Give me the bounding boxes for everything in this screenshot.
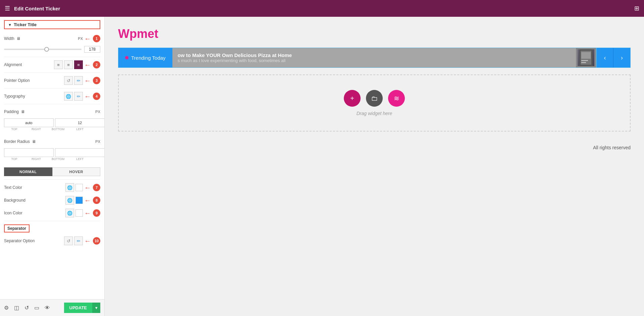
ticker-dot xyxy=(125,56,128,59)
padding-top-input[interactable] xyxy=(4,118,54,127)
width-label: Width 🖥 xyxy=(4,36,20,41)
ticker-thumb-img xyxy=(578,49,594,66)
align-center-btn[interactable]: ≡ xyxy=(64,60,73,69)
width-slider-row xyxy=(0,45,104,55)
responsive-icon[interactable]: ▭ xyxy=(34,305,39,311)
layers-icon[interactable]: ◫ xyxy=(14,305,19,311)
separator-option-row: Separator Option ↺ ✏ ← 10 xyxy=(0,234,104,247)
border-top-input[interactable] xyxy=(4,148,54,157)
update-button[interactable]: UPDATE xyxy=(64,303,92,313)
separator-option-controls: ↺ ✏ ← 10 xyxy=(64,236,100,245)
update-dropdown-btn[interactable]: ▾ xyxy=(92,303,100,313)
svg-rect-4 xyxy=(581,62,586,63)
hover-tab[interactable]: HOVER xyxy=(52,167,101,176)
add-widget-btn[interactable]: + xyxy=(344,90,361,107)
width-input[interactable] xyxy=(84,46,100,53)
content-area: Wpmet Trending Today ow to Make YOUR Own… xyxy=(105,17,644,316)
svg-rect-2 xyxy=(581,52,591,59)
folder-icon-btn[interactable]: 🗀 xyxy=(366,90,383,107)
annotation-10: 10 xyxy=(93,237,100,245)
border-radius-inputs: 🔗 ← 6 TOP RIGHT BOTTOM LEFT xyxy=(0,148,104,165)
hamburger-icon[interactable]: ☰ xyxy=(5,5,10,12)
icon-color-globe-btn[interactable]: 🌐 xyxy=(65,209,74,217)
typography-label: Typography xyxy=(4,94,25,99)
border-right-input[interactable] xyxy=(55,148,105,157)
border-radius-monitor-icon: 🖥 xyxy=(32,139,36,144)
alignment-label: Alignment xyxy=(4,62,22,67)
annotation-9: 9 xyxy=(93,209,100,217)
background-controls: 🌐 ← 8 xyxy=(65,196,100,205)
padding-inputs: 🔗 ← 5 TOP RIGHT BOTTOM LEFT xyxy=(0,118,104,136)
width-unit[interactable]: PX xyxy=(78,37,83,41)
ticker-prev-btn[interactable]: ‹ xyxy=(597,48,613,67)
pointer-refresh-btn[interactable]: ↺ xyxy=(64,76,73,85)
icon-color-swatch[interactable] xyxy=(75,209,83,217)
separator-option-label: Separator Option xyxy=(4,239,35,243)
typography-globe-btn[interactable]: 🌐 xyxy=(64,92,73,101)
separator-label: Separator xyxy=(4,224,30,232)
icon-color-row: Icon Color 🌐 ← 9 xyxy=(0,207,104,219)
border-bottom-label: BOTTOM xyxy=(48,157,68,161)
pointer-option-row: Pointer Option ↺ ✏ ← 3 xyxy=(0,74,104,87)
typography-edit-btn[interactable]: ✏ xyxy=(74,92,83,101)
background-color-swatch[interactable] xyxy=(75,197,83,204)
text-color-swatch[interactable] xyxy=(75,184,83,191)
alignment-row: Alignment ≡ ≡ ≡ ← 2 xyxy=(0,58,104,71)
padding-row-header: Padding 🖥 PX xyxy=(0,106,104,118)
annotation-arrow-3: ← xyxy=(84,77,91,85)
separator-edit-btn[interactable]: ✏ xyxy=(74,236,83,245)
ticker-title-label: Ticker Title xyxy=(14,22,37,27)
annotation-1: 1 xyxy=(93,35,100,42)
padding-top-label: TOP xyxy=(4,127,24,131)
icon-color-controls: 🌐 ← 9 xyxy=(65,209,100,217)
padding-right-input[interactable] xyxy=(55,118,105,127)
drop-icons: + 🗀 ≋ xyxy=(344,90,405,107)
background-globe-btn[interactable]: 🌐 xyxy=(65,196,74,205)
background-row: Background 🌐 ← 8 xyxy=(0,194,104,207)
padding-monitor-icon: 🖥 xyxy=(21,109,25,114)
sidebar: ▼ Ticker Title Width 🖥 PX ← 1 xyxy=(0,17,105,316)
svg-rect-3 xyxy=(581,60,588,61)
page-title: Edit Content Ticker xyxy=(14,6,60,11)
ticker-label: Trending Today xyxy=(118,48,172,67)
border-radius-unit[interactable]: PX xyxy=(95,140,100,144)
pointer-option-label: Pointer Option xyxy=(4,78,30,83)
ticker-next-btn[interactable]: › xyxy=(613,48,630,67)
settings-icon[interactable]: ⚙ xyxy=(4,305,9,311)
padding-left-label: LEFT xyxy=(70,127,90,131)
annotation-arrow-8: ← xyxy=(84,197,91,204)
ticker-nav: ‹ › xyxy=(597,48,630,67)
history-icon[interactable]: ↺ xyxy=(24,305,29,311)
ticker-line1: ow to Make YOUR Own Delicious Pizza at H… xyxy=(178,52,571,58)
text-color-label: Text Color xyxy=(4,185,22,190)
border-right-label: RIGHT xyxy=(26,157,46,161)
typography-controls: 🌐 ✏ ← 4 xyxy=(64,92,100,101)
align-left-btn[interactable]: ≡ xyxy=(54,60,63,69)
annotation-2: 2 xyxy=(93,61,100,68)
normal-tab[interactable]: NORMAL xyxy=(4,167,52,176)
annotation-3: 3 xyxy=(93,77,100,84)
elementor-icon-btn[interactable]: ≋ xyxy=(388,90,405,107)
eye-icon[interactable]: 👁 xyxy=(45,305,50,311)
ticker-line2: s much as I love experimenting with food… xyxy=(178,58,571,63)
text-color-controls: 🌐 ← 7 xyxy=(65,183,100,192)
annotation-arrow-2: ← xyxy=(84,61,91,69)
pointer-edit-btn[interactable]: ✏ xyxy=(74,76,83,85)
ticker-content: ow to Make YOUR Own Delicious Pizza at H… xyxy=(172,48,576,67)
width-slider-track[interactable] xyxy=(4,49,82,50)
top-bar: ☰ Edit Content Ticker ⊞ xyxy=(0,0,644,17)
padding-unit[interactable]: PX xyxy=(95,110,100,114)
align-right-btn[interactable]: ≡ xyxy=(74,60,83,69)
grid-icon[interactable]: ⊞ xyxy=(634,5,639,12)
ticker-title-section[interactable]: ▼ Ticker Title xyxy=(4,20,100,29)
separator-section-header: Separator xyxy=(0,222,104,234)
separator-refresh-btn[interactable]: ↺ xyxy=(64,236,73,245)
footer-text: All rights reserved xyxy=(593,145,631,150)
icon-color-label: Icon Color xyxy=(4,211,22,215)
width-slider-thumb[interactable] xyxy=(44,47,49,52)
drop-area: + 🗀 ≋ Drag widget here xyxy=(118,74,631,131)
text-color-globe-btn[interactable]: 🌐 xyxy=(65,183,74,192)
padding-right-label: RIGHT xyxy=(26,127,46,131)
annotation-4: 4 xyxy=(93,93,100,100)
ticker-widget: Trending Today ow to Make YOUR Own Delic… xyxy=(118,48,631,68)
